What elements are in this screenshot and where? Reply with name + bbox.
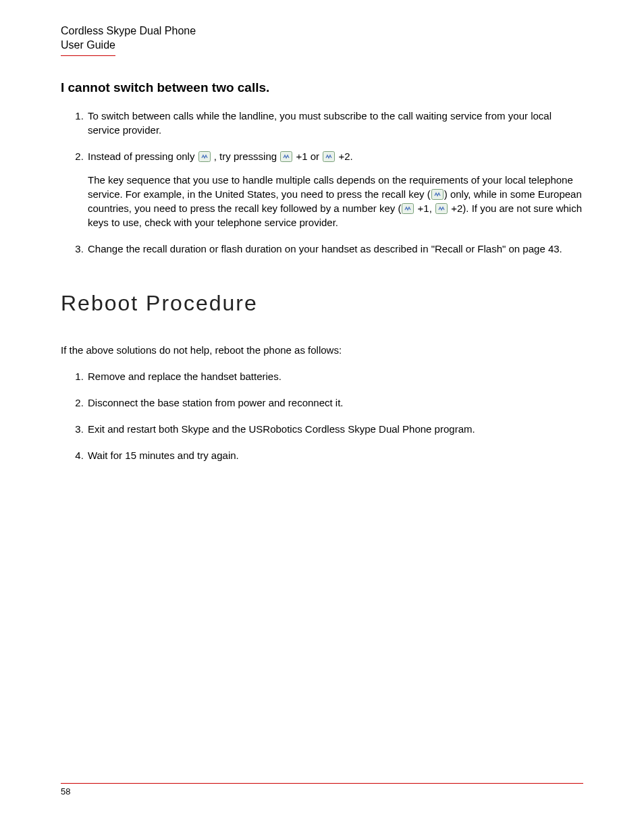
text-fragment: +2. — [336, 151, 352, 162]
doc-title-line1: Cordless Skype Dual Phone — [61, 24, 209, 38]
recall-key-icon — [198, 151, 211, 162]
reboot-intro: If the above solutions do not help, rebo… — [61, 343, 583, 357]
reboot-steps-list: Remove and replace the handset batteries… — [61, 369, 583, 462]
list-item-text: Wait for 15 minutes and try again. — [88, 450, 239, 461]
section-heading-cannot-switch: I cannot switch between two calls. — [61, 80, 583, 95]
recall-key-icon — [435, 203, 448, 214]
recall-key-icon — [402, 203, 414, 214]
page-footer: 58 — [61, 783, 583, 796]
list-item: Exit and restart both Skype and the USRo… — [86, 422, 583, 436]
list-item-text: Exit and restart both Skype and the USRo… — [88, 423, 475, 435]
list-item: Remove and replace the handset batteries… — [86, 369, 583, 383]
text-fragment: Instead of pressing only — [88, 151, 198, 162]
text-fragment: , try presssing — [211, 151, 280, 162]
list-item: To switch between calls while the landli… — [86, 109, 583, 137]
text-fragment: +1 or — [293, 151, 322, 162]
recall-key-icon — [323, 151, 335, 162]
running-header: Cordless Skype Dual Phone User Guide — [61, 24, 209, 56]
list-item: Disconnect the base station from power a… — [86, 396, 583, 410]
list-item-text: Disconnect the base station from power a… — [88, 397, 344, 408]
doc-title-line2: User Guide — [61, 38, 115, 56]
page: Cordless Skype Dual Phone User Guide I c… — [0, 0, 644, 837]
recall-key-icon — [431, 189, 444, 200]
page-number: 58 — [61, 786, 70, 796]
recall-key-icon — [280, 151, 292, 162]
svg-rect-1 — [281, 151, 292, 161]
svg-rect-3 — [431, 189, 443, 199]
list-item-text: To switch between calls while the landli… — [88, 110, 552, 136]
svg-rect-2 — [323, 151, 335, 161]
list-item: Instead of pressing only , try presssing… — [86, 149, 583, 230]
list-item-text: Change the recall duration or flash dura… — [88, 243, 562, 254]
svg-rect-5 — [436, 203, 448, 213]
troubleshoot-list: To switch between calls while the landli… — [61, 109, 583, 256]
list-item: Change the recall duration or flash dura… — [86, 242, 583, 256]
svg-rect-0 — [198, 151, 210, 161]
svg-rect-4 — [402, 203, 414, 213]
list-item-text: Remove and replace the handset batteries… — [88, 371, 281, 382]
list-item: Wait for 15 minutes and try again. — [86, 448, 583, 462]
text-fragment: +1, — [414, 202, 435, 214]
list-item-para: The key sequence that you use to handle … — [88, 173, 583, 230]
section-heading-reboot: Reboot Procedure — [61, 291, 583, 316]
